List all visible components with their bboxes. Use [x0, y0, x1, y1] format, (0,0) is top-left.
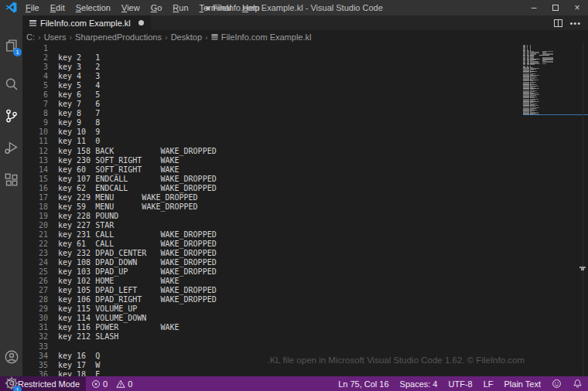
code-line[interactable]: 8key 8 7	[22, 109, 217, 118]
code-line[interactable]: 27key 105 DPAD_LEFT WAKE_DROPPED	[22, 286, 217, 295]
code-line[interactable]: 4key 4 3	[22, 72, 217, 81]
restricted-mode-label: Restricted Mode	[18, 379, 80, 389]
activity-search-icon[interactable]	[2, 74, 21, 94]
code-line[interactable]: 10key 10 9	[22, 128, 217, 137]
line-number: 18	[22, 202, 48, 212]
code-line[interactable]: 31key 116 POWER WAKE	[22, 323, 217, 332]
problems-button[interactable]: 0 0	[86, 376, 138, 391]
status-indentation[interactable]: Spaces: 4	[395, 376, 443, 391]
more-actions-icon[interactable]: •••	[569, 19, 581, 27]
breadcrumb-item[interactable]: C:	[26, 32, 35, 42]
activity-explorer-icon[interactable]: 1	[2, 36, 21, 55]
status-cursor-position[interactable]: Ln 75, Col 16	[333, 376, 394, 391]
notifications-button[interactable]	[567, 376, 588, 391]
code-line[interactable]: 17key 229 MENU WAKE_DROPPED	[22, 193, 217, 202]
code-line[interactable]: 28key 106 DPAD_RIGHT WAKE_DROPPED	[22, 295, 217, 304]
line-text: key 18 E	[48, 370, 100, 376]
close-button[interactable]: ×	[566, 0, 588, 15]
code-line[interactable]: 9key 9 8	[22, 118, 217, 128]
code-line[interactable]: 36key 18 E	[22, 370, 217, 376]
settings-badge: 1	[13, 386, 22, 391]
code-line[interactable]: 6key 6 5	[22, 90, 217, 100]
code-line[interactable]: 21key 231 CALL WAKE_DROPPED	[22, 230, 217, 240]
code-line[interactable]: 29key 115 VOLUME_UP	[22, 304, 217, 314]
code-line[interactable]: 5key 5 4	[22, 81, 217, 90]
line-text: key 4 3	[48, 72, 100, 81]
line-text: key 103 DPAD_UP WAKE_DROPPED	[48, 267, 217, 277]
menu-view[interactable]: View	[116, 0, 145, 15]
code-line[interactable]: 11key 11 0	[22, 137, 217, 146]
code-line[interactable]: 1	[22, 44, 217, 53]
code-line[interactable]: 26key 102 HOME WAKE	[22, 277, 217, 286]
menu-edit[interactable]: Edit	[45, 0, 70, 15]
breadcrumb-item[interactable]: Desktop	[171, 32, 202, 42]
breadcrumb-item[interactable]: Users	[44, 32, 67, 42]
activity-extensions-icon[interactable]	[2, 170, 21, 189]
chevron-right-icon: ›	[165, 32, 168, 42]
line-text: key 212 SLASH	[48, 332, 118, 342]
line-number: 12	[22, 147, 48, 156]
code-line[interactable]: 24key 108 DPAD_DOWN WAKE_DROPPED	[22, 258, 217, 267]
menu-file[interactable]: File	[20, 0, 45, 15]
split-editor-icon[interactable]	[554, 19, 562, 27]
code-line[interactable]: 18key 59 MENU WAKE_DROPPED	[22, 202, 217, 212]
code-line[interactable]: 30key 114 VOLUME_DOWN	[22, 314, 217, 323]
code-line[interactable]: 15key 107 ENDCALL WAKE_DROPPED	[22, 175, 217, 184]
feedback-button[interactable]	[546, 376, 567, 391]
line-number: 14	[22, 165, 48, 175]
title-bar: FileEditSelectionViewGoRunTerminalHelp ●…	[0, 0, 588, 15]
explorer-badge: 1	[13, 48, 22, 56]
minimize-button[interactable]: –	[523, 0, 545, 15]
line-number: 30	[22, 314, 48, 323]
code-line[interactable]: 25key 103 DPAD_UP WAKE_DROPPED	[22, 267, 217, 277]
maximize-button[interactable]	[545, 0, 566, 15]
modified-dot-icon[interactable]	[138, 20, 144, 26]
code-line[interactable]: 12key 158 BACK WAKE_DROPPED	[22, 147, 217, 156]
code-line[interactable]: 34key 16 Q	[22, 352, 217, 361]
editor[interactable]: 12key 2 13key 3 24key 4 35key 5 46key 6 …	[22, 43, 588, 376]
code-line[interactable]: 32key 212 SLASH	[22, 332, 217, 342]
line-text: key 228 POUND	[48, 212, 118, 221]
line-number: 7	[22, 100, 48, 109]
line-number: 8	[22, 109, 48, 118]
line-number: 21	[22, 230, 48, 240]
line-text: key 107 ENDCALL WAKE_DROPPED	[48, 175, 217, 184]
menu-selection[interactable]: Selection	[70, 0, 116, 15]
window-title: ● FileInfo.com Example.kl - Visual Studi…	[205, 0, 383, 15]
code-line[interactable]: 16key 62 ENDCALL WAKE_DROPPED	[22, 184, 217, 193]
code-line[interactable]: 3key 3 2	[22, 63, 217, 72]
code-content: 12key 2 13key 3 24key 4 35key 5 46key 6 …	[22, 44, 217, 376]
activity-account-icon[interactable]	[2, 347, 21, 366]
code-line[interactable]: 14key 60 SOFT_RIGHT WAKE	[22, 165, 217, 175]
activity-source-control-icon[interactable]	[2, 106, 21, 125]
code-line[interactable]: 13key 230 SOFT_RIGHT WAKE	[22, 156, 217, 165]
line-text: key 16 Q	[48, 352, 100, 361]
code-line[interactable]: 2key 2 1	[22, 53, 217, 63]
tab-fileinfo-example[interactable]: FileInfo.com Example.kl	[22, 15, 151, 30]
menu-run[interactable]: Run	[167, 0, 193, 15]
file-icon	[211, 33, 217, 40]
activity-settings-icon[interactable]: 1	[2, 373, 21, 391]
code-line[interactable]: 7key 7 6	[22, 100, 217, 109]
line-number: 26	[22, 277, 48, 286]
line-text: key 62 ENDCALL WAKE_DROPPED	[48, 184, 217, 193]
status-language-mode[interactable]: Plain Text	[499, 376, 547, 391]
breadcrumb-file[interactable]: FileInfo.com Example.kl	[221, 32, 312, 42]
minimap[interactable]	[523, 44, 583, 160]
code-line[interactable]: 22key 61 CALL WAKE_DROPPED	[22, 240, 217, 249]
menu-go[interactable]: Go	[145, 0, 168, 15]
code-line[interactable]: 35key 17 W	[22, 361, 217, 370]
line-number: 11	[22, 137, 48, 146]
activity-run-debug-icon[interactable]	[2, 138, 21, 157]
breadcrumb-item[interactable]: SharpenedProductions	[75, 32, 162, 42]
line-number: 22	[22, 240, 48, 249]
line-text: key 59 MENU WAKE_DROPPED	[48, 202, 198, 212]
code-line[interactable]: 19key 228 POUND	[22, 212, 217, 221]
line-number: 6	[22, 90, 48, 100]
code-line[interactable]: 20key 227 STAR	[22, 221, 217, 230]
code-line[interactable]: 23key 232 DPAD_CENTER WAKE_DROPPED	[22, 249, 217, 258]
code-line[interactable]: 33	[22, 342, 217, 352]
line-text: key 108 DPAD_DOWN WAKE_DROPPED	[48, 258, 217, 267]
status-eol[interactable]: LF	[478, 376, 499, 391]
status-encoding[interactable]: UTF-8	[443, 376, 477, 391]
